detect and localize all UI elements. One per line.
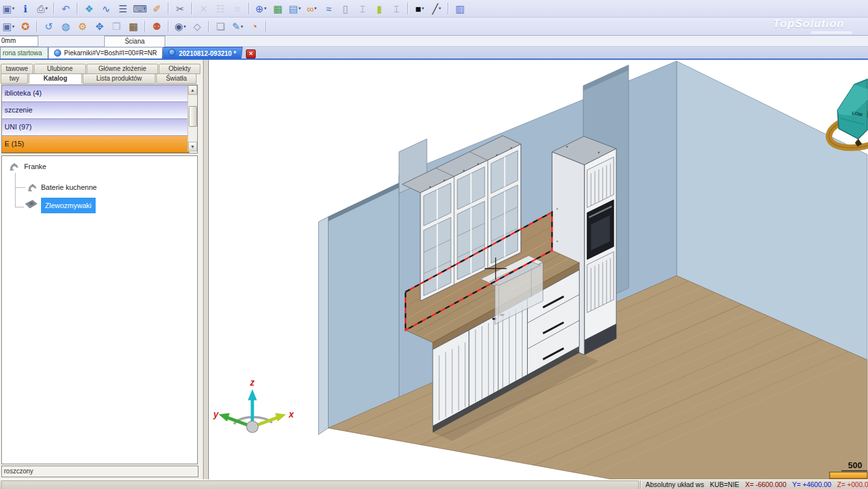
chevron-down-icon[interactable]: ▾ <box>314 6 317 11</box>
zoom-window-button[interactable]: ▦ <box>270 1 286 16</box>
rotate-button[interactable]: ↺ <box>41 20 57 34</box>
sliders-button[interactable]: ☰ <box>115 1 131 16</box>
left-wall[interactable] <box>329 183 400 428</box>
axis-triad[interactable]: z y x <box>213 377 295 432</box>
chevron-down-icon[interactable]: ▾ <box>422 6 424 11</box>
chevron-down-icon[interactable]: ▾ <box>241 24 243 29</box>
scene-3d[interactable]: z y x LOW 500 <box>209 60 868 479</box>
materials-button[interactable]: ❖ <box>81 1 97 16</box>
main-toolbar: ▣▾ ℹ ⎙▾ ↶ ❖ ∿ ☰ ⌨ ✐ ✂ ✕ ☷ ⌗ ⊕▾ ▦ ▤▾ ∞▾ ≈… <box>0 0 868 18</box>
edit-sheet-button[interactable]: ✎▾ <box>230 20 245 34</box>
cube-button[interactable]: ◇ <box>189 20 205 34</box>
hatch-button[interactable]: ☷ <box>213 1 228 16</box>
line-style-button[interactable]: ╱▾ <box>429 1 444 16</box>
component-icon: ▣ <box>3 21 12 31</box>
toolbar-separator <box>407 3 409 14</box>
notebook-icon: ▥ <box>455 4 465 14</box>
bucket-button[interactable]: ◍ <box>58 20 74 34</box>
scroll-up-button[interactable]: ▲ <box>188 85 197 95</box>
category-biblioteka[interactable]: iblioteka (4) <box>2 85 189 102</box>
info-button[interactable]: ℹ <box>18 1 33 16</box>
ring-tool-icon: ◔ <box>251 21 257 31</box>
tab-katalog[interactable]: Katalog <box>29 73 82 84</box>
zoom-in-button[interactable]: ⊕▾ <box>253 1 269 16</box>
preview-object[interactable]: LOW <box>826 79 868 153</box>
cut-button[interactable]: ✂ <box>172 1 188 16</box>
cylinder-button[interactable]: ▯ <box>338 1 353 16</box>
chevron-down-icon[interactable]: ▾ <box>299 6 301 11</box>
notebook-button[interactable]: ▥ <box>452 1 468 16</box>
copy-button[interactable]: ❒ <box>109 20 124 34</box>
view-mode-button[interactable]: ∞▾ <box>304 1 319 16</box>
status-y: Y= +4600.00 <box>792 481 831 488</box>
tab-label: Piekarniki#V=Bosh#I=00#R=NR <box>64 49 157 57</box>
measure-button[interactable]: ✐ <box>149 1 165 16</box>
scrollbar-thumb[interactable] <box>189 106 197 127</box>
status-x: X= -6600.000 <box>745 481 786 488</box>
document-icon <box>169 49 176 56</box>
tab-lista-produktow[interactable]: Lista produktów <box>83 73 156 84</box>
move-button[interactable]: ✥ <box>92 20 107 34</box>
viewport-3d[interactable]: z y x LOW 500 <box>209 60 868 479</box>
keyboard-button[interactable]: ⌨ <box>132 1 148 16</box>
chevron-down-icon[interactable]: ▾ <box>46 6 48 11</box>
tree-connector <box>15 187 25 188</box>
tab-obiekty[interactable]: Obiekty <box>159 64 200 74</box>
cube-icon: ◇ <box>193 21 201 31</box>
panel-splitter[interactable] <box>204 60 209 479</box>
render-button[interactable]: ▤▾ <box>287 1 303 16</box>
chevron-down-icon[interactable]: ▾ <box>264 6 267 11</box>
tab-piekarniki[interactable]: Piekarniki#V=Bosh#I=00#R=NR <box>48 47 163 59</box>
wave-button[interactable]: ≈ <box>321 1 336 16</box>
print-button[interactable]: ⎙▾ <box>34 1 50 16</box>
visibility-button[interactable]: ◉▾ <box>172 20 188 34</box>
tree-item-zlewozmywaki[interactable]: Zlewozmywaki <box>41 198 96 213</box>
category-scrollbar[interactable]: ▲ ▼ <box>187 85 197 152</box>
component-button[interactable]: ▣▾ <box>1 20 16 34</box>
wall-context-tab[interactable]: Ściana <box>104 36 165 47</box>
close-tab-button[interactable]: ✕ <box>246 49 256 59</box>
tab-current-project[interactable]: 20210812-093210 * <box>162 47 243 59</box>
freeform-button[interactable]: ∿ <box>98 1 114 16</box>
toolbar-separator <box>144 21 146 33</box>
category-oszczenie[interactable]: szczenie <box>2 102 189 119</box>
tab-ulubione[interactable]: Ulubione <box>34 64 86 74</box>
document-tab-bar: rona startowa Piekarniki#V=Bosh#I=00#R=N… <box>0 47 868 60</box>
dimension-field[interactable]: 0mm <box>0 36 38 47</box>
person-button[interactable]: ⚉ <box>149 20 165 34</box>
chevron-down-icon[interactable]: ▾ <box>439 6 441 11</box>
scroll-down-button[interactable]: ▼ <box>188 142 197 152</box>
chevron-down-icon[interactable]: ▾ <box>183 24 186 29</box>
paste-button[interactable]: ⌗ <box>230 1 245 16</box>
tree-connector <box>15 173 16 207</box>
ring-tool-button[interactable]: ◔ <box>247 20 262 34</box>
color-picker-button[interactable]: ■▾ <box>412 1 427 16</box>
erase-button[interactable]: ✕ <box>196 1 211 16</box>
color-swatch-icon: ■ <box>415 4 421 14</box>
category-selected[interactable]: E (15) <box>2 136 189 153</box>
tree-item-baterie-kuchenne[interactable]: Baterie kuchenne <box>41 183 97 191</box>
category-uni[interactable]: UNI (97) <box>2 119 189 136</box>
tab-start-page[interactable]: rona startowa <box>0 47 48 59</box>
chevron-down-icon[interactable]: ▾ <box>12 24 15 29</box>
bolt-2-button[interactable]: ⌶ <box>388 1 404 16</box>
tab-podstawowe[interactable]: tawowe <box>1 64 33 74</box>
chevron-down-icon[interactable]: ▾ <box>12 6 15 11</box>
toolbar-separator <box>265 21 267 33</box>
swatch-button[interactable]: ▣▾ <box>1 1 16 16</box>
undo-button[interactable]: ↶ <box>58 1 74 16</box>
tree-item-franke[interactable]: Franke <box>24 163 46 170</box>
toolbar-separator <box>168 21 169 33</box>
tab-swiatla[interactable]: Światła <box>156 73 197 84</box>
bolt-button[interactable]: ⌶ <box>355 1 370 16</box>
sheets-button[interactable]: ❏ <box>213 20 228 34</box>
check-model-icon: ✪ <box>21 21 30 31</box>
freeform-icon: ∿ <box>102 4 111 14</box>
library-chest-button[interactable]: ▦ <box>126 20 141 34</box>
tab-glowne-zlozenie[interactable]: Główne złożenie <box>87 64 158 74</box>
wrench-button[interactable]: ⚙ <box>75 20 90 34</box>
axis-label-y: y <box>213 409 219 419</box>
check-model-button[interactable]: ✪ <box>18 20 33 34</box>
tab-warstwy[interactable]: twy <box>1 73 28 84</box>
cylinder-green-button[interactable]: ▮ <box>372 1 387 16</box>
